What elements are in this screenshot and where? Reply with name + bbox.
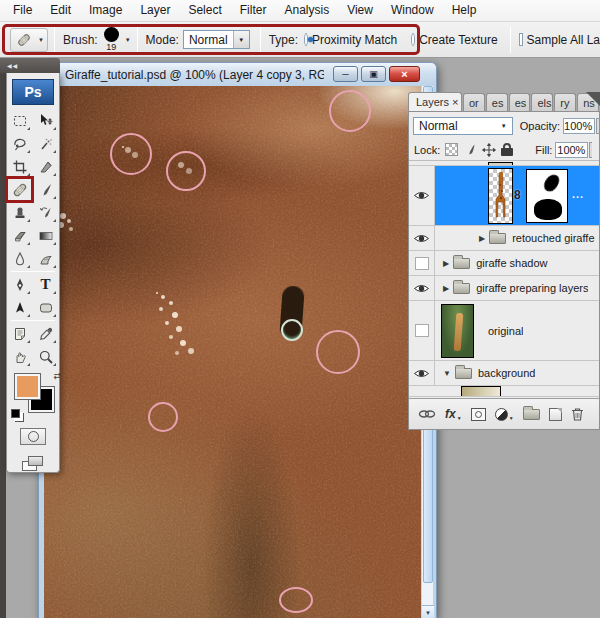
background-thumbnail[interactable]	[461, 386, 501, 396]
menu-help[interactable]: Help	[443, 0, 486, 21]
shape-tool[interactable]	[33, 296, 58, 319]
sample-all-layers-checkbox[interactable]	[519, 33, 523, 46]
lock-transparency-icon[interactable]	[445, 143, 458, 156]
brush-tool[interactable]	[33, 178, 58, 201]
visibility-toggle[interactable]	[409, 301, 435, 360]
opacity-field[interactable]: 100%	[563, 118, 595, 134]
expand-triangle-icon[interactable]: ▶	[443, 259, 449, 268]
fill-field[interactable]: 100%	[555, 142, 588, 158]
brush-size-picker[interactable]: 19	[104, 27, 119, 52]
photoshop-logo[interactable]: Ps	[12, 79, 54, 105]
zoom-tool[interactable]	[33, 345, 58, 368]
notes-tool[interactable]	[7, 322, 32, 345]
adjustment-layer-button[interactable]: ▼	[495, 408, 514, 421]
document-titlebar[interactable]: Giraffe_tutorial.psd @ 100% (Layer 4 cop…	[39, 63, 436, 86]
crop-tool[interactable]	[7, 155, 32, 178]
hand-tool[interactable]	[7, 345, 32, 368]
foreground-color-swatch[interactable]	[15, 374, 40, 399]
slice-tool[interactable]	[33, 155, 58, 178]
lock-all-icon[interactable]	[501, 143, 513, 156]
link-layers-button[interactable]	[418, 409, 436, 419]
menu-analysis[interactable]: Analysis	[275, 0, 338, 21]
type-tool[interactable]: T	[33, 273, 58, 296]
rectangular-marquee-tool[interactable]	[7, 109, 32, 132]
layer-name[interactable]: giraffe preparing layers	[476, 282, 588, 294]
brush-picker-arrow-icon[interactable]: ▼	[125, 37, 131, 43]
quick-mask-button[interactable]	[20, 428, 46, 445]
spot-healing-brush-tool[interactable]	[7, 178, 32, 201]
fill-arrow[interactable]	[589, 142, 592, 158]
expand-triangle-icon[interactable]: ▶	[443, 284, 449, 293]
delete-layer-button[interactable]	[571, 407, 584, 421]
menu-select[interactable]: Select	[179, 0, 230, 21]
opacity-arrow[interactable]	[596, 118, 599, 134]
swap-colors-icon[interactable]: ⇄	[53, 371, 61, 381]
visibility-toggle[interactable]	[409, 226, 435, 250]
pen-tool[interactable]	[7, 273, 32, 296]
collapse-triangle-icon[interactable]: ▼	[443, 369, 451, 378]
panel-collapse-icon[interactable]	[586, 92, 600, 106]
magic-wand-tool[interactable]	[33, 132, 58, 155]
menu-view[interactable]: View	[338, 0, 382, 21]
tab-stub[interactable]: ry	[554, 93, 576, 111]
new-layer-button[interactable]	[549, 408, 562, 421]
path-selection-tool[interactable]	[7, 296, 32, 319]
layer-row-image[interactable]: original	[409, 301, 599, 361]
layer-row-group[interactable]: ▶ giraffe preparing layers	[409, 276, 599, 301]
tab-stub[interactable]: es	[509, 93, 531, 111]
layer-thumbnail[interactable]	[441, 304, 474, 358]
create-texture-radio[interactable]	[411, 33, 415, 46]
lock-position-icon[interactable]	[482, 143, 496, 157]
layer-name[interactable]: background	[478, 367, 536, 379]
layer-name[interactable]: ...	[572, 188, 584, 200]
layer-row-group[interactable]: ▶ giraffe shadow	[409, 251, 599, 276]
default-colors-icon[interactable]	[11, 409, 20, 418]
tab-stub[interactable]: or	[463, 93, 485, 111]
expand-triangle-icon[interactable]: ▶	[479, 234, 485, 243]
layer-row-group[interactable]: ▼ background	[409, 361, 599, 386]
close-button[interactable]: ×	[389, 66, 420, 82]
canvas-image[interactable]	[44, 86, 421, 618]
gradient-tool[interactable]	[33, 224, 58, 247]
visibility-toggle[interactable]	[409, 251, 435, 275]
layer-thumbnail[interactable]	[488, 168, 513, 224]
menu-window[interactable]: Window	[382, 0, 443, 21]
smudge-tool[interactable]	[33, 247, 58, 270]
tab-layers[interactable]: Layers ×	[408, 92, 462, 111]
menu-filter[interactable]: Filter	[231, 0, 276, 21]
layer-name[interactable]: retouched giraffe	[512, 232, 594, 244]
blur-tool[interactable]	[7, 247, 32, 270]
tab-stub[interactable]: els	[531, 93, 553, 111]
visibility-toggle[interactable]	[409, 166, 435, 225]
screen-mode-button[interactable]	[20, 455, 46, 473]
new-group-button[interactable]	[523, 409, 540, 420]
proximity-match-radio[interactable]	[304, 33, 308, 46]
layer-style-button[interactable]: fx▼	[445, 407, 462, 421]
move-tool[interactable]	[33, 109, 58, 132]
lock-pixels-icon[interactable]	[463, 143, 477, 157]
eyedropper-tool[interactable]	[33, 322, 58, 345]
tool-preset-picker[interactable]: ▼	[10, 28, 48, 52]
menu-layer[interactable]: Layer	[131, 0, 179, 21]
blend-dropdown-arrow-icon[interactable]: ▼	[496, 118, 512, 134]
visibility-toggle[interactable]	[409, 361, 435, 385]
visibility-toggle[interactable]	[409, 276, 435, 300]
clone-stamp-tool[interactable]	[7, 201, 32, 224]
add-layer-mask-button[interactable]	[471, 408, 486, 421]
scrollbar-down-icon[interactable]: ▼	[422, 605, 434, 618]
layer-name[interactable]: giraffe shadow	[476, 257, 547, 269]
tab-stub[interactable]: es	[486, 93, 508, 111]
lasso-tool[interactable]	[7, 132, 32, 155]
minimize-button[interactable]: ─	[333, 66, 358, 82]
layer-row-selected[interactable]: 8 ...	[409, 166, 599, 226]
mode-dropdown-arrow-icon[interactable]: ▼	[233, 31, 249, 48]
mask-link-icon[interactable]: 8	[514, 188, 521, 202]
layer-row-group[interactable]: ▶ retouched giraffe	[409, 226, 599, 251]
history-brush-tool[interactable]	[33, 201, 58, 224]
toolbox-collapse-button[interactable]: ◀◀	[0, 58, 60, 73]
layer-name[interactable]: original	[488, 325, 523, 337]
layer-mask-thumbnail[interactable]	[526, 169, 568, 223]
blend-mode-dropdown[interactable]: Normal ▼	[413, 117, 513, 135]
menu-edit[interactable]: Edit	[41, 0, 80, 21]
menu-image[interactable]: Image	[80, 0, 131, 21]
